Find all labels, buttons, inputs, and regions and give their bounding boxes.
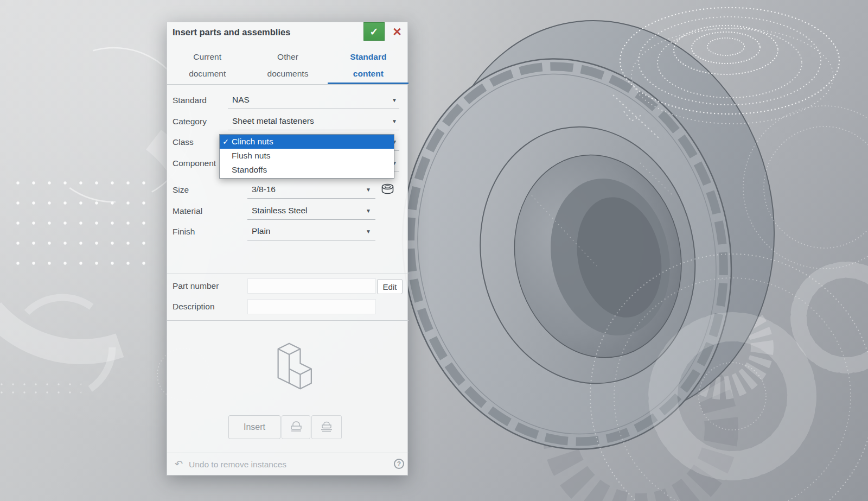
tab-label-line: Standard <box>328 48 409 65</box>
option-label: Standoffs <box>232 163 267 177</box>
field-label: Standard <box>173 91 207 109</box>
tab-standard-content[interactable]: Standard content <box>328 47 409 82</box>
dropdown-value: Sheet metal fasteners <box>232 112 314 130</box>
field-row-standard: Standard NAS ▼ <box>167 91 409 109</box>
size-dropdown[interactable]: 3/8-16 ▼ <box>247 181 375 199</box>
option-flush-nuts[interactable]: Flush nuts <box>220 149 394 163</box>
confirm-button[interactable]: ✓ <box>363 22 385 41</box>
section-divider <box>167 320 409 321</box>
question-mark-icon: ? <box>397 460 401 468</box>
field-row-size: Size 3/8-16 ▼ <box>167 181 409 199</box>
description-input[interactable] <box>247 299 376 314</box>
field-label: Class <box>173 133 194 151</box>
dropdown-value: 3/8-16 <box>252 181 276 198</box>
close-icon: ✕ <box>392 26 402 38</box>
tab-current-document[interactable]: Current document <box>167 47 247 82</box>
part-thumbnail <box>260 337 316 398</box>
clinch-nut-3d-render <box>361 0 815 480</box>
chevron-down-icon: ▼ <box>366 229 371 234</box>
edit-button[interactable]: Edit <box>377 279 403 294</box>
option-clinch-nuts[interactable]: ✓ Clinch nuts <box>220 135 394 149</box>
dropdown-value: Stainless Steel <box>252 202 308 219</box>
tab-separator <box>167 84 409 85</box>
material-dropdown[interactable]: Stainless Steel ▼ <box>247 202 375 220</box>
field-label: Category <box>173 112 207 130</box>
option-standoffs[interactable]: Standoffs <box>220 163 394 177</box>
section-divider <box>167 274 409 274</box>
footer-divider <box>167 453 409 453</box>
dropdown-value: NAS <box>232 91 250 109</box>
tab-bar: Current document Other documents Standar… <box>167 47 409 82</box>
class-dropdown-list: ✓ Clinch nuts Flush nuts Standoffs <box>219 134 394 179</box>
undo-icon[interactable]: ↶ <box>175 458 183 470</box>
field-label: Part number <box>173 278 219 294</box>
field-row-category: Category Sheet metal fasteners ▼ <box>167 112 409 130</box>
chevron-down-icon: ▼ <box>366 208 371 214</box>
dropdown-value: Plain <box>252 223 270 240</box>
insert-button[interactable]: Insert <box>228 415 280 439</box>
nut-icon <box>289 421 303 434</box>
undo-instances-label: Undo to remove instances <box>189 459 286 471</box>
check-icon-placeholder <box>220 149 232 163</box>
finish-dropdown[interactable]: Plain ▼ <box>247 223 375 240</box>
background-scene <box>0 0 868 501</box>
option-label: Flush nuts <box>232 149 271 163</box>
category-dropdown[interactable]: Sheet metal fasteners ▼ <box>228 112 399 130</box>
option-label: Clinch nuts <box>232 135 273 149</box>
field-label: Component <box>173 154 216 172</box>
tab-label-line: documents <box>247 65 328 82</box>
field-row-finish: Finish Plain ▼ <box>167 223 409 240</box>
insert-single-nut-button[interactable] <box>282 415 310 439</box>
close-button[interactable]: ✕ <box>388 24 406 40</box>
insert-multiple-nuts-button[interactable] <box>311 415 342 439</box>
tab-other-documents[interactable]: Other documents <box>247 47 328 82</box>
field-row-material: Material Stainless Steel ▼ <box>167 202 409 220</box>
part-number-input[interactable] <box>247 278 376 294</box>
field-label: Finish <box>173 223 195 240</box>
field-label: Description <box>173 299 215 314</box>
check-icon: ✓ <box>220 135 232 149</box>
tab-label-line: document <box>167 65 247 82</box>
chevron-down-icon: ▼ <box>392 118 397 124</box>
standard-dropdown[interactable]: NAS ▼ <box>228 91 399 109</box>
dialog-title: Insert parts and assemblies <box>173 27 290 37</box>
insert-parts-dialog: Insert parts and assemblies ✓ ✕ Current … <box>167 22 408 475</box>
nut-preview-icon[interactable] <box>380 183 395 199</box>
chevron-down-icon: ▼ <box>366 187 371 193</box>
tab-label-line: Current <box>167 48 247 65</box>
help-button[interactable]: ? <box>394 459 404 469</box>
field-label: Size <box>173 181 189 199</box>
chevron-down-icon: ▼ <box>392 97 397 103</box>
check-icon: ✓ <box>370 26 379 38</box>
tab-label-line: Other <box>247 48 328 65</box>
check-icon-placeholder <box>220 163 232 177</box>
field-label: Material <box>173 202 202 220</box>
nuts-icon <box>320 421 334 434</box>
tab-label-line: content <box>328 65 409 82</box>
